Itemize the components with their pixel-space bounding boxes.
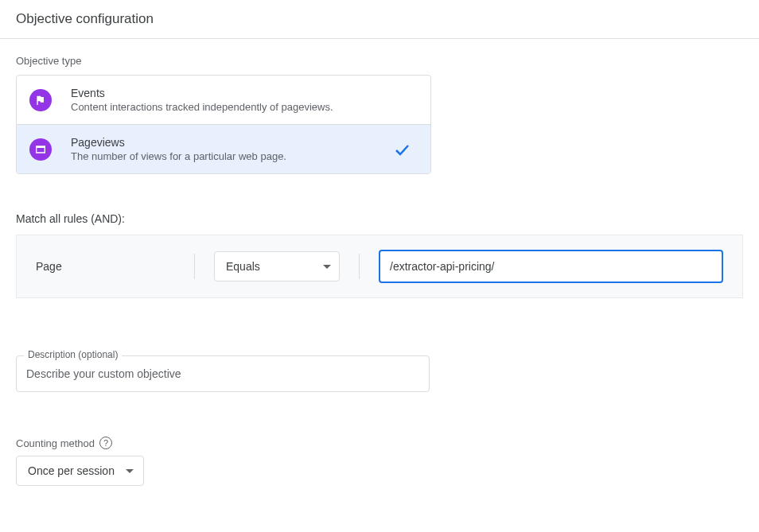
page-title: Objective configuration	[16, 11, 743, 27]
chevron-down-icon	[323, 265, 331, 269]
counting-method-select[interactable]: Once per session	[16, 456, 144, 486]
rule-operator-select[interactable]: Equals	[214, 251, 340, 282]
rule-operator-value: Equals	[226, 260, 260, 273]
description-float-label: Description (optional)	[24, 349, 122, 360]
counting-label-row: Counting method ?	[16, 437, 743, 449]
rule-value-input[interactable]	[379, 250, 723, 283]
description-wrap: Description (optional)	[16, 355, 430, 392]
flag-icon	[29, 89, 52, 111]
counting-method-value: Once per session	[28, 464, 115, 477]
divider	[194, 254, 195, 279]
divider	[359, 254, 360, 279]
objective-option-pageviews[interactable]: Pageviews The number of views for a part…	[17, 124, 430, 173]
option-title: Events	[71, 87, 418, 99]
pageview-icon	[29, 138, 52, 161]
description-input[interactable]	[16, 355, 430, 392]
match-rules-label: Match all rules (AND):	[16, 212, 743, 225]
counting-method-label: Counting method	[16, 437, 95, 449]
option-text: Events Content interactions tracked inde…	[71, 87, 418, 113]
option-desc: Content interactions tracked independent…	[71, 101, 418, 113]
option-title: Pageviews	[71, 136, 383, 149]
chevron-down-icon	[126, 469, 134, 473]
objective-type-label: Objective type	[16, 55, 743, 67]
check-icon	[392, 140, 411, 159]
objective-option-events[interactable]: Events Content interactions tracked inde…	[17, 76, 430, 124]
page-header: Objective configuration	[0, 0, 759, 39]
objective-type-options: Events Content interactions tracked inde…	[16, 75, 431, 174]
rule-field-label: Page	[36, 260, 175, 273]
option-desc: The number of views for a particular web…	[71, 150, 383, 162]
help-icon[interactable]: ?	[99, 437, 112, 449]
rules-box: Page Equals	[16, 235, 743, 298]
option-text: Pageviews The number of views for a part…	[71, 136, 383, 162]
